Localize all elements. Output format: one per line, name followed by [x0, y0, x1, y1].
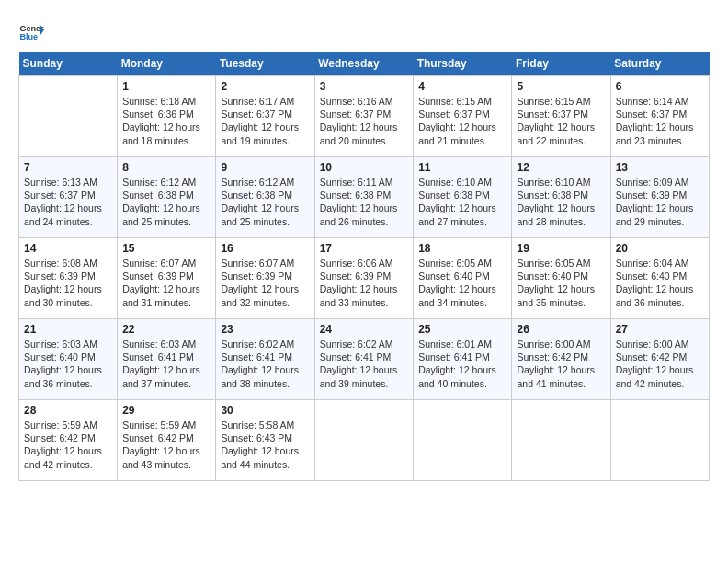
calendar-cell: 30Sunrise: 5:58 AMSunset: 6:43 PMDayligh… [216, 400, 314, 481]
day-number: 24 [320, 323, 409, 336]
day-info: Sunrise: 6:06 AMSunset: 6:39 PMDaylight:… [320, 257, 409, 309]
weekday-header-row: SundayMondayTuesdayWednesdayThursdayFrid… [19, 52, 710, 76]
day-number: 15 [122, 242, 210, 255]
day-number: 17 [320, 242, 409, 255]
calendar-cell [414, 400, 512, 481]
day-info: Sunrise: 5:58 AMSunset: 6:43 PMDaylight:… [221, 419, 309, 471]
svg-text:Blue: Blue [19, 32, 38, 41]
day-number: 20 [616, 242, 704, 255]
day-number: 12 [517, 161, 605, 174]
weekday-header-saturday: Saturday [610, 52, 709, 76]
day-info: Sunrise: 6:05 AMSunset: 6:40 PMDaylight:… [517, 257, 605, 309]
day-number: 6 [616, 80, 704, 93]
weekday-header-thursday: Thursday [414, 52, 512, 76]
calendar-cell: 1Sunrise: 6:18 AMSunset: 6:36 PMDaylight… [118, 76, 216, 157]
calendar-cell: 28Sunrise: 5:59 AMSunset: 6:42 PMDayligh… [19, 400, 118, 481]
calendar-cell: 22Sunrise: 6:03 AMSunset: 6:41 PMDayligh… [118, 319, 216, 400]
day-number: 13 [616, 161, 704, 174]
calendar-cell: 15Sunrise: 6:07 AMSunset: 6:39 PMDayligh… [118, 238, 216, 319]
day-info: Sunrise: 6:02 AMSunset: 6:41 PMDaylight:… [221, 338, 309, 390]
page-header: General Blue [18, 18, 710, 44]
day-info: Sunrise: 6:10 AMSunset: 6:38 PMDaylight:… [418, 176, 506, 228]
day-info: Sunrise: 6:03 AMSunset: 6:41 PMDaylight:… [122, 338, 210, 390]
calendar-cell: 27Sunrise: 6:00 AMSunset: 6:42 PMDayligh… [610, 319, 709, 400]
day-info: Sunrise: 6:17 AMSunset: 6:37 PMDaylight:… [221, 95, 309, 147]
weekday-header-monday: Monday [118, 52, 216, 76]
calendar-cell: 14Sunrise: 6:08 AMSunset: 6:39 PMDayligh… [19, 238, 118, 319]
day-number: 23 [221, 323, 309, 336]
calendar-cell: 25Sunrise: 6:01 AMSunset: 6:41 PMDayligh… [414, 319, 512, 400]
day-number: 16 [221, 242, 309, 255]
calendar-cell: 9Sunrise: 6:12 AMSunset: 6:38 PMDaylight… [216, 157, 314, 238]
logo: General Blue [18, 18, 44, 44]
day-info: Sunrise: 6:15 AMSunset: 6:37 PMDaylight:… [517, 95, 605, 147]
day-number: 5 [517, 80, 605, 93]
calendar-cell: 24Sunrise: 6:02 AMSunset: 6:41 PMDayligh… [314, 319, 414, 400]
day-info: Sunrise: 6:14 AMSunset: 6:37 PMDaylight:… [616, 95, 704, 147]
day-number: 19 [517, 242, 605, 255]
calendar-cell: 16Sunrise: 6:07 AMSunset: 6:39 PMDayligh… [216, 238, 314, 319]
day-info: Sunrise: 6:12 AMSunset: 6:38 PMDaylight:… [221, 176, 309, 228]
day-info: Sunrise: 6:12 AMSunset: 6:38 PMDaylight:… [122, 176, 210, 228]
day-number: 3 [320, 80, 409, 93]
calendar-cell: 21Sunrise: 6:03 AMSunset: 6:40 PMDayligh… [19, 319, 118, 400]
day-info: Sunrise: 6:03 AMSunset: 6:40 PMDaylight:… [24, 338, 112, 390]
day-number: 10 [320, 161, 409, 174]
day-info: Sunrise: 6:15 AMSunset: 6:37 PMDaylight:… [418, 95, 506, 147]
day-number: 27 [616, 323, 704, 336]
day-number: 25 [418, 323, 506, 336]
calendar-cell: 4Sunrise: 6:15 AMSunset: 6:37 PMDaylight… [414, 76, 512, 157]
calendar-cell: 3Sunrise: 6:16 AMSunset: 6:37 PMDaylight… [314, 76, 414, 157]
calendar-cell: 6Sunrise: 6:14 AMSunset: 6:37 PMDaylight… [610, 76, 709, 157]
calendar-week-row: 14Sunrise: 6:08 AMSunset: 6:39 PMDayligh… [19, 238, 710, 319]
day-number: 11 [418, 161, 506, 174]
day-number: 14 [24, 242, 112, 255]
day-info: Sunrise: 6:10 AMSunset: 6:38 PMDaylight:… [517, 176, 605, 228]
calendar-cell [314, 400, 414, 481]
weekday-header-friday: Friday [512, 52, 610, 76]
calendar-cell: 23Sunrise: 6:02 AMSunset: 6:41 PMDayligh… [216, 319, 314, 400]
calendar-cell: 10Sunrise: 6:11 AMSunset: 6:38 PMDayligh… [314, 157, 414, 238]
calendar-cell: 18Sunrise: 6:05 AMSunset: 6:40 PMDayligh… [414, 238, 512, 319]
day-number: 28 [24, 404, 112, 417]
calendar-table: SundayMondayTuesdayWednesdayThursdayFrid… [18, 52, 710, 481]
calendar-cell: 20Sunrise: 6:04 AMSunset: 6:40 PMDayligh… [610, 238, 709, 319]
day-info: Sunrise: 5:59 AMSunset: 6:42 PMDaylight:… [24, 419, 112, 471]
day-info: Sunrise: 6:00 AMSunset: 6:42 PMDaylight:… [616, 338, 704, 390]
day-number: 22 [122, 323, 210, 336]
day-info: Sunrise: 6:08 AMSunset: 6:39 PMDaylight:… [24, 257, 112, 309]
day-info: Sunrise: 6:02 AMSunset: 6:41 PMDaylight:… [320, 338, 409, 390]
calendar-week-row: 7Sunrise: 6:13 AMSunset: 6:37 PMDaylight… [19, 157, 710, 238]
day-number: 4 [418, 80, 506, 93]
calendar-cell [610, 400, 709, 481]
calendar-cell: 7Sunrise: 6:13 AMSunset: 6:37 PMDaylight… [19, 157, 118, 238]
logo-icon: General Blue [18, 18, 44, 44]
day-info: Sunrise: 6:04 AMSunset: 6:40 PMDaylight:… [616, 257, 704, 309]
day-info: Sunrise: 6:09 AMSunset: 6:39 PMDaylight:… [616, 176, 704, 228]
calendar-cell: 19Sunrise: 6:05 AMSunset: 6:40 PMDayligh… [512, 238, 610, 319]
calendar-cell: 11Sunrise: 6:10 AMSunset: 6:38 PMDayligh… [414, 157, 512, 238]
day-info: Sunrise: 6:05 AMSunset: 6:40 PMDaylight:… [418, 257, 506, 309]
calendar-cell: 12Sunrise: 6:10 AMSunset: 6:38 PMDayligh… [512, 157, 610, 238]
day-number: 21 [24, 323, 112, 336]
day-number: 1 [122, 80, 210, 93]
calendar-week-row: 21Sunrise: 6:03 AMSunset: 6:40 PMDayligh… [19, 319, 710, 400]
day-number: 9 [221, 161, 309, 174]
calendar-cell: 17Sunrise: 6:06 AMSunset: 6:39 PMDayligh… [314, 238, 414, 319]
day-number: 26 [517, 323, 605, 336]
day-number: 8 [122, 161, 210, 174]
calendar-cell: 26Sunrise: 6:00 AMSunset: 6:42 PMDayligh… [512, 319, 610, 400]
calendar-cell: 2Sunrise: 6:17 AMSunset: 6:37 PMDaylight… [216, 76, 314, 157]
calendar-cell [19, 76, 118, 157]
calendar-cell: 8Sunrise: 6:12 AMSunset: 6:38 PMDaylight… [118, 157, 216, 238]
day-info: Sunrise: 6:16 AMSunset: 6:37 PMDaylight:… [320, 95, 409, 147]
weekday-header-sunday: Sunday [19, 52, 118, 76]
day-info: Sunrise: 6:07 AMSunset: 6:39 PMDaylight:… [221, 257, 309, 309]
day-info: Sunrise: 6:00 AMSunset: 6:42 PMDaylight:… [517, 338, 605, 390]
day-number: 18 [418, 242, 506, 255]
day-info: Sunrise: 6:18 AMSunset: 6:36 PMDaylight:… [122, 95, 210, 147]
day-number: 29 [122, 404, 210, 417]
day-info: Sunrise: 6:13 AMSunset: 6:37 PMDaylight:… [24, 176, 112, 228]
weekday-header-tuesday: Tuesday [216, 52, 314, 76]
day-number: 7 [24, 161, 112, 174]
